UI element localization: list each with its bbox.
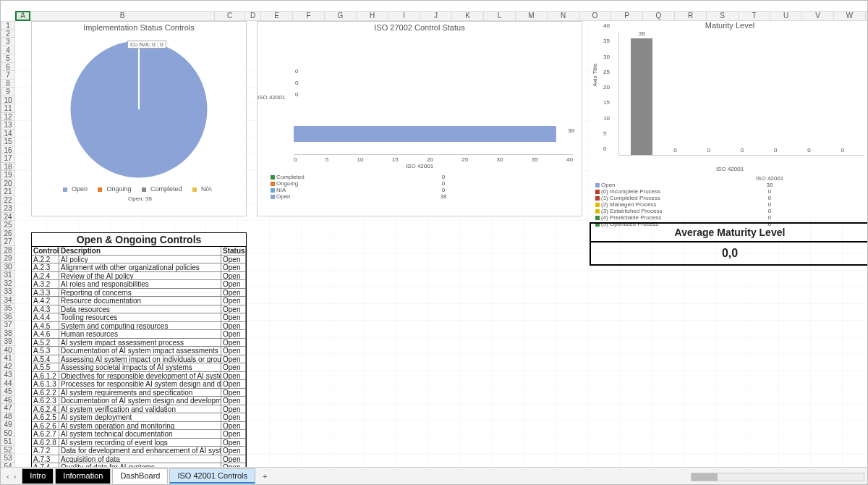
table-row[interactable]: A.6.2.3Documentation of AI system design… [32,397,246,405]
sheet-tab-information[interactable]: Information [55,468,111,484]
row-header-24[interactable]: 24 [1,213,15,222]
row-header-15[interactable]: 15 [1,138,15,146]
row-header-17[interactable]: 17 [1,154,15,163]
table-row[interactable]: A.6.2.6AI system operation and monitorin… [32,422,246,431]
row-header-51[interactable]: 51 [1,437,15,446]
col-header-S[interactable]: S [707,11,739,21]
row-header-48[interactable]: 48 [1,413,15,421]
row-header-39[interactable]: 39 [1,337,15,346]
table-row[interactable]: A.2.3Alignment with other organizational… [32,263,246,272]
table-row[interactable]: A.6.1.2Objectives for responsible develo… [32,372,246,381]
row-header-14[interactable]: 14 [1,130,15,138]
row-header-37[interactable]: 37 [1,321,15,329]
row-header-50[interactable]: 50 [1,429,15,438]
col-header-B[interactable]: B [30,11,215,21]
row-header-36[interactable]: 36 [1,313,15,321]
row-header-8[interactable]: 8 [1,80,15,88]
table-row[interactable]: A.6.2.2AI system requirements and specif… [32,389,246,397]
table-row[interactable]: A.6.2.5AI system deploymentOpen [32,413,246,422]
row-header-52[interactable]: 52 [1,446,15,455]
row-header-20[interactable]: 20 [1,180,15,188]
col-header-E[interactable]: E [261,11,293,21]
table-row[interactable]: A.2.2AI policyOpen [32,256,246,264]
table-row[interactable]: A.4.5System and computing resourcesOpen [32,322,246,331]
col-header-O[interactable]: O [579,11,611,21]
row-header-34[interactable]: 34 [1,296,15,305]
tab-next-icon[interactable]: › [14,472,17,481]
chart-maturity-level[interactable]: Maturity Level Axis Title 05101520253035… [590,21,868,216]
col-header-C[interactable]: C [215,11,245,21]
row-header-23[interactable]: 23 [1,204,15,213]
col-header-R[interactable]: R [675,11,707,21]
row-header-4[interactable]: 4 [1,46,15,55]
row-header-29[interactable]: 29 [1,254,15,263]
row-header-32[interactable]: 32 [1,279,15,288]
table-row[interactable]: A.3.2AI roles and responsibilitiesOpen [32,280,246,289]
col-header-I[interactable]: I [388,11,420,21]
row-header-3[interactable]: 3 [1,38,15,46]
row-header-30[interactable]: 30 [1,263,15,271]
column-headers[interactable]: ABCDEFGHIJKLMNOPQRSTUVWXYZAA [15,11,868,21]
row-header-5[interactable]: 5 [1,54,15,63]
row-header-27[interactable]: 27 [1,237,15,246]
row-header-47[interactable]: 47 [1,404,15,413]
col-header-H[interactable]: H [357,11,388,21]
table-row[interactable]: A.4.6Human resourcesOpen [32,330,246,339]
table-row[interactable]: A.4.4Tooling resourcesOpen [32,313,246,322]
sheet-tab-iso-42001-controls[interactable]: ISO 42001 Controls [169,468,255,484]
table-row[interactable]: A.7.2Data for development and enhancemen… [32,447,246,455]
row-header-31[interactable]: 31 [1,271,15,279]
col-header-T[interactable]: T [739,11,770,21]
col-header-G[interactable]: G [325,11,357,21]
row-header-10[interactable]: 10 [1,96,15,105]
row-header-26[interactable]: 26 [1,229,15,238]
col-header-A[interactable]: A [15,11,30,21]
col-header-M[interactable]: M [516,11,548,21]
col-header-K[interactable]: K [452,11,484,21]
table-row[interactable]: A.6.2.4AI system verification and valida… [32,405,246,414]
table-row[interactable]: A.5.4Assessing AI system impact on indiv… [32,355,246,364]
row-headers[interactable]: 1234567891011121314151617181920212223242… [1,21,15,471]
table-row[interactable]: A.5.2AI system impact assessment process… [32,339,246,347]
row-header-1[interactable]: 1 [1,21,15,30]
table-row[interactable]: A.6.2.7AI system technical documentation… [32,430,246,439]
col-header-W[interactable]: W [834,11,866,21]
row-header-6[interactable]: 6 [1,63,15,72]
row-header-18[interactable]: 18 [1,163,15,172]
row-header-40[interactable]: 40 [1,346,15,355]
col-header-P[interactable]: P [611,11,643,21]
row-header-9[interactable]: 9 [1,88,15,96]
row-header-42[interactable]: 42 [1,363,15,371]
table-row[interactable]: A.2.4Review of the AI policyOpen [32,272,246,281]
table-row[interactable]: A.5.3Documentation of AI system impact a… [32,347,246,355]
row-header-41[interactable]: 41 [1,354,15,363]
row-header-7[interactable]: 7 [1,71,15,80]
table-row[interactable]: A.4.3Data resourcesOpen [32,305,246,314]
row-header-43[interactable]: 43 [1,371,15,379]
col-header-J[interactable]: J [420,11,452,21]
col-header-N[interactable]: N [548,11,579,21]
row-header-46[interactable]: 46 [1,396,15,405]
row-header-11[interactable]: 11 [1,104,15,113]
row-header-25[interactable]: 25 [1,221,15,229]
table-row[interactable]: A.5.5Assessing societal impacts of AI sy… [32,363,246,372]
table-row[interactable]: A.6.2.8AI system recording of event logs… [32,439,246,447]
row-header-2[interactable]: 2 [1,30,15,38]
col-header-F[interactable]: F [293,11,325,21]
sheet-tab-intro[interactable]: Intro [22,468,54,484]
col-header-U[interactable]: U [770,11,802,21]
table-row[interactable]: A.4.2Resource documentationOpen [32,297,246,305]
row-header-49[interactable]: 49 [1,421,15,429]
tab-prev-icon[interactable]: ‹ [7,472,9,481]
col-header-V[interactable]: V [802,11,834,21]
row-header-45[interactable]: 45 [1,387,15,396]
col-header-D[interactable]: D [245,11,261,21]
row-header-12[interactable]: 12 [1,113,15,122]
row-header-28[interactable]: 28 [1,246,15,255]
horizontal-scrollbar[interactable] [691,473,864,481]
row-header-16[interactable]: 16 [1,146,15,155]
table-row[interactable]: A.7.3Acquisition of dataOpen [32,455,246,464]
row-header-44[interactable]: 44 [1,379,15,388]
chart-iso-control-status[interactable]: ISO 27002 Control Status ISO 42001 0 0 0… [257,21,582,216]
scrollbar-thumb[interactable] [692,473,718,481]
